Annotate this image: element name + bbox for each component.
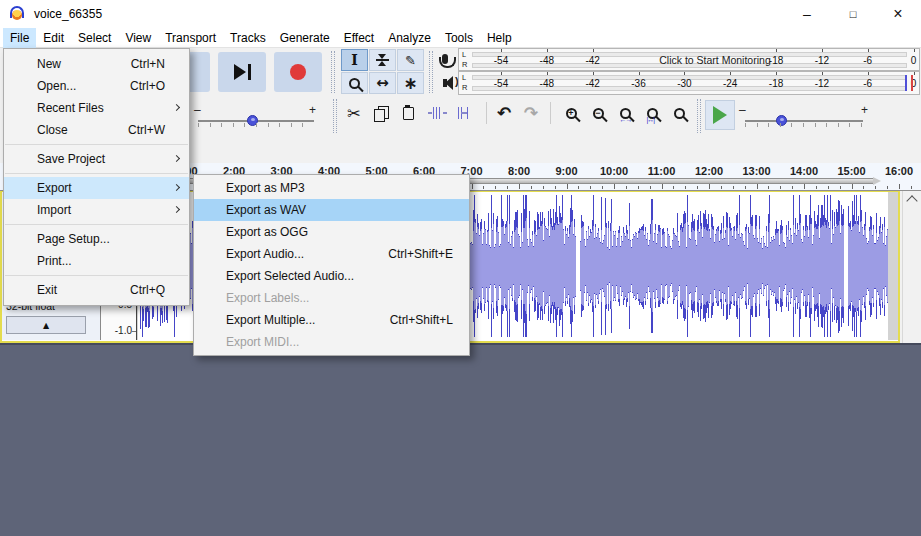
- menubar-item-tracks[interactable]: Tracks: [223, 28, 273, 48]
- menubar-item-file[interactable]: File: [3, 28, 36, 48]
- menu-item-page-setup[interactable]: Page Setup...: [4, 228, 189, 250]
- redo-button[interactable]: ↷: [518, 100, 544, 126]
- menubar-item-tools[interactable]: Tools: [438, 28, 480, 48]
- menu-item-accelerator: Ctrl+N: [131, 53, 165, 75]
- menu-item-open[interactable]: Open...Ctrl+O: [4, 75, 189, 97]
- playback-meter-speaker-button[interactable]: [434, 72, 456, 94]
- menu-item-print[interactable]: Print...: [4, 250, 189, 272]
- zoom-out-button[interactable]: −: [585, 100, 611, 126]
- recording-meter[interactable]: LR-54-48-42-18-12-60Click to Start Monit…: [458, 48, 920, 71]
- menubar-item-help[interactable]: Help: [480, 28, 519, 48]
- zoom-in-button[interactable]: +: [558, 100, 584, 126]
- menubar-item-transport[interactable]: Transport: [158, 28, 223, 48]
- meter-scale-tick: [776, 49, 777, 52]
- menu-item-label: Export Multiple...: [226, 313, 315, 327]
- menu-item-label: Page Setup...: [37, 232, 110, 246]
- silence-audio-button[interactable]: [451, 100, 477, 126]
- timeline-tick: [875, 186, 876, 189]
- fit-selection-icon: ←→: [620, 108, 631, 119]
- meter-scale-tick: [639, 72, 640, 75]
- trim-audio-icon: [433, 107, 442, 119]
- timeline-tick: [863, 186, 864, 189]
- close-button[interactable]: ×: [875, 0, 921, 28]
- playback-meter[interactable]: LR-54-48-42-36-30-24-18-12-60: [458, 71, 920, 95]
- play-speed-slider[interactable]: [745, 120, 863, 122]
- timeline-tick: [804, 184, 805, 189]
- play-speed-thumb[interactable]: [776, 115, 787, 126]
- paste-button[interactable]: [395, 100, 421, 126]
- multi-tool-button[interactable]: ∗: [397, 72, 424, 94]
- monitoring-hint-text[interactable]: Click to Start Monitoring: [659, 54, 770, 66]
- menu-item-recent-files[interactable]: Recent Files: [4, 97, 189, 119]
- meter-scale-tick: [684, 72, 685, 75]
- timeline-tick: [626, 186, 627, 189]
- zoom-toggle-button[interactable]: [666, 100, 692, 126]
- cut-button[interactable]: ✂: [341, 100, 367, 126]
- record-meter-mic-button[interactable]: [434, 49, 456, 71]
- menu-item-export-selected-audio[interactable]: Export Selected Audio...: [194, 265, 469, 287]
- timeline-label: 11:00: [648, 165, 676, 177]
- skip-to-end-button[interactable]: [218, 52, 266, 92]
- menubar-item-select[interactable]: Select: [71, 28, 118, 48]
- tools-toolbar-grip[interactable]: [331, 51, 335, 93]
- menu-item-export-as-wav[interactable]: Export as WAV: [194, 199, 469, 221]
- menu-item-close[interactable]: CloseCtrl+W: [4, 119, 189, 141]
- minimize-button[interactable]: –: [784, 0, 830, 28]
- menubar-item-view[interactable]: View: [118, 28, 158, 48]
- menu-item-export-as-ogg[interactable]: Export as OGG: [194, 221, 469, 243]
- scroll-up-icon[interactable]: [906, 195, 917, 206]
- play-at-speed-button[interactable]: [705, 100, 735, 130]
- timeline-label: 16:00: [885, 165, 913, 177]
- fit-selection-button[interactable]: ←→: [612, 100, 638, 126]
- timeline-tick: [543, 186, 544, 189]
- fit-project-button[interactable]: |↔|: [639, 100, 665, 126]
- timeline-tick: [685, 186, 686, 189]
- timeline-label: 8:00: [508, 165, 530, 177]
- undo-button[interactable]: ↶: [491, 100, 517, 126]
- edit-toolbar-grip[interactable]: [333, 99, 337, 133]
- menu-item-accelerator: Ctrl+Shift+E: [388, 243, 453, 265]
- menu-item-import[interactable]: Import: [4, 199, 189, 221]
- trim-audio-button[interactable]: [424, 100, 450, 126]
- meter-scale-tick: [868, 49, 869, 52]
- menu-item-export[interactable]: Export: [4, 177, 189, 199]
- track-collapse-button[interactable]: ▲: [6, 316, 86, 334]
- menu-item-label: Export as MP3: [226, 181, 305, 195]
- timeline-label: 12:00: [695, 165, 723, 177]
- timeline-tick: [555, 186, 556, 189]
- timeshift-tool-button[interactable]: ↔: [369, 72, 396, 94]
- maximize-button[interactable]: □: [830, 0, 876, 28]
- skip-end-icon: [234, 64, 246, 80]
- menu-item-export-as-mp3[interactable]: Export as MP3: [194, 177, 469, 199]
- envelope-tool-button[interactable]: [369, 49, 396, 71]
- record-button[interactable]: [274, 52, 322, 92]
- menubar-item-analyze[interactable]: Analyze: [381, 28, 438, 48]
- menu-item-new[interactable]: NewCtrl+N: [4, 53, 189, 75]
- slider-tick: [221, 123, 222, 127]
- menubar-item-effect[interactable]: Effect: [337, 28, 381, 48]
- submenu-arrow-icon: [173, 104, 180, 111]
- slider-tick: [849, 123, 850, 127]
- menubar-item-edit[interactable]: Edit: [36, 28, 71, 48]
- selection-tool-button[interactable]: I: [341, 49, 368, 71]
- copy-button[interactable]: [368, 100, 394, 126]
- menu-item-save-project[interactable]: Save Project: [4, 148, 189, 170]
- menubar-item-generate[interactable]: Generate: [273, 28, 337, 48]
- meter-toolbar-grip[interactable]: [429, 51, 433, 93]
- menu-item-export-multiple[interactable]: Export Multiple...Ctrl+Shift+L: [194, 309, 469, 331]
- menu-separator: [5, 144, 188, 145]
- slider-tick: [291, 123, 292, 127]
- magnifier-icon: [349, 78, 360, 89]
- menu-item-label: Recent Files: [37, 101, 104, 115]
- meter-scale-tick: [822, 49, 823, 52]
- play-at-speed-toolbar-grip[interactable]: [697, 99, 701, 133]
- draw-tool-button[interactable]: ✎: [397, 49, 424, 71]
- vruler-label: -1.0: [115, 325, 132, 336]
- speed-minus-label: –: [739, 103, 746, 117]
- zoom-tool-button[interactable]: [341, 72, 368, 94]
- meter-scale-value: -54: [494, 54, 508, 65]
- vertical-scrollbar[interactable]: [902, 191, 921, 343]
- menu-item-export-audio[interactable]: Export Audio...Ctrl+Shift+E: [194, 243, 469, 265]
- menu-item-label: Export Selected Audio...: [226, 269, 354, 283]
- menu-item-exit[interactable]: ExitCtrl+Q: [4, 279, 189, 301]
